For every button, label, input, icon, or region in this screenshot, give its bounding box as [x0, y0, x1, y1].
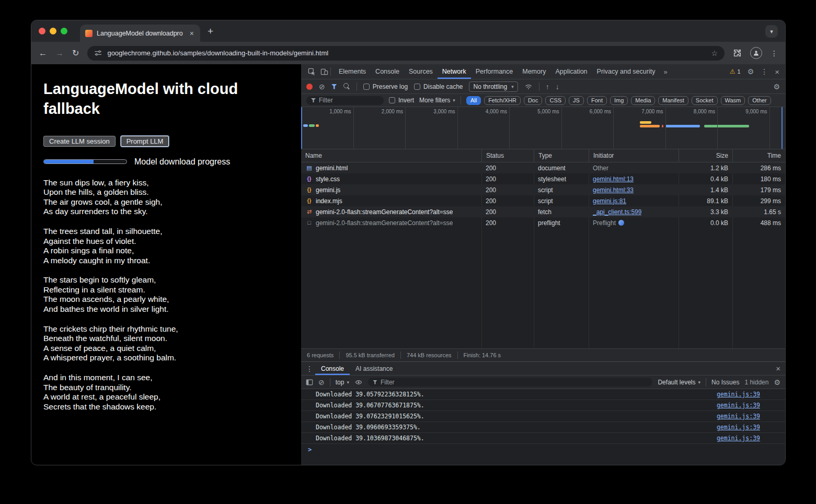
record-network-log-button[interactable] — [306, 84, 313, 90]
disable-cache-checkbox[interactable]: Disable cache — [414, 83, 463, 90]
preserve-log-checkbox[interactable]: Preserve log — [363, 83, 408, 90]
drawer-tab-console[interactable]: Console — [315, 362, 350, 375]
minimize-window-button[interactable] — [50, 28, 56, 34]
clear-network-log-icon[interactable]: ⊘ — [319, 83, 325, 90]
more-tabs-icon[interactable]: » — [660, 68, 671, 76]
live-expression-eye-icon[interactable] — [354, 379, 363, 386]
forward-button[interactable]: → — [55, 49, 64, 57]
filter-pill-font[interactable]: Font — [587, 96, 607, 105]
export-har-icon[interactable]: ↓ — [556, 83, 559, 90]
console-source-link[interactable]: gemini.js:39 — [717, 424, 760, 431]
devtools-tab-network[interactable]: Network — [438, 64, 471, 79]
devtools-tab-console[interactable]: Console — [371, 64, 404, 79]
browser-tab[interactable]: LanguageModel downloadpro × — [80, 25, 200, 42]
column-header-type[interactable]: Type — [534, 149, 589, 162]
request-initiator[interactable]: _api_client.ts:599 — [593, 208, 641, 216]
network-settings-gear-icon[interactable]: ⚙ — [773, 83, 780, 90]
address-bar[interactable]: googlechrome.github.io/samples/downloadi… — [87, 46, 725, 61]
request-initiator[interactable]: gemini.js:81 — [593, 197, 626, 205]
site-info-icon[interactable] — [94, 49, 102, 57]
extensions-puzzle-icon[interactable] — [733, 49, 742, 57]
search-icon[interactable] — [343, 83, 350, 90]
filter-pill-socket[interactable]: Socket — [692, 96, 718, 105]
console-source-link[interactable]: gemini.js:39 — [717, 413, 760, 420]
console-source-link[interactable]: gemini.js:39 — [717, 435, 760, 442]
devtools-tab-elements[interactable]: Elements — [334, 64, 371, 79]
request-initiator[interactable]: gemini.html:13 — [593, 175, 634, 183]
network-request-row[interactable]: gemini.html200documentOther1.2 kB286 ms — [301, 162, 785, 173]
profile-avatar[interactable] — [750, 47, 762, 59]
overview-right-handle[interactable] — [781, 107, 783, 149]
overview-left-handle[interactable] — [301, 107, 302, 149]
network-overview[interactable]: 1,000 ms2,000 ms3,000 ms4,000 ms5,000 ms… — [301, 107, 785, 149]
console-settings-gear-icon[interactable]: ⚙ — [774, 379, 780, 386]
close-window-button[interactable] — [39, 28, 45, 34]
preflight-info-icon[interactable] — [618, 220, 624, 226]
devtools-settings-gear-icon[interactable]: ⚙ — [748, 68, 754, 75]
devtools-tab-application[interactable]: Application — [550, 64, 592, 79]
reload-button[interactable]: ↻ — [72, 49, 79, 57]
filter-pill-css[interactable]: CSS — [545, 96, 566, 105]
drawer-close-icon[interactable]: × — [776, 365, 780, 372]
column-header-status[interactable]: Status — [481, 149, 534, 162]
console-source-link[interactable]: gemini.js:39 — [717, 402, 760, 409]
console-filter-input[interactable]: Filter — [368, 378, 653, 386]
issues-count[interactable]: No Issues — [711, 379, 739, 386]
filter-pill-media[interactable]: Media — [631, 96, 655, 105]
devtools-tab-sources[interactable]: Sources — [404, 64, 438, 79]
network-request-row[interactable]: gemini-2.0-flash:streamGenerateContent?a… — [301, 206, 785, 217]
import-har-icon[interactable]: ↑ — [546, 83, 549, 90]
browser-menu-icon[interactable]: ⋮ — [771, 50, 778, 57]
checkbox-icon[interactable] — [389, 97, 395, 103]
devtools-tab-memory[interactable]: Memory — [518, 64, 550, 79]
device-toolbar-icon[interactable] — [318, 68, 330, 76]
throttling-select[interactable]: No throttling▾ — [469, 81, 518, 92]
network-request-row[interactable]: style.css200stylesheetgemini.html:130.4 … — [301, 173, 785, 184]
filter-pill-wasm[interactable]: Wasm — [721, 96, 745, 105]
filter-pill-other[interactable]: Other — [748, 96, 771, 105]
bookmark-star-icon[interactable]: ☆ — [711, 49, 718, 57]
filter-pill-manifest[interactable]: Manifest — [658, 96, 688, 105]
more-filters-button[interactable]: More filters▾ — [419, 97, 455, 104]
checkbox-icon[interactable] — [414, 84, 420, 90]
devtools-menu-icon[interactable]: ⋮ — [761, 68, 768, 75]
warning-badge[interactable]: ⚠1 — [730, 68, 741, 75]
column-header-size[interactable]: Size — [679, 149, 732, 162]
create-llm-session-button[interactable]: Create LLM session — [43, 136, 116, 147]
network-request-row[interactable]: gemini.js200scriptgemini.html:331.4 kB17… — [301, 184, 785, 195]
context-select[interactable]: top▾ — [336, 379, 349, 386]
tab-close-icon[interactable]: × — [189, 29, 195, 38]
filter-pill-fetch-xhr[interactable]: Fetch/XHR — [484, 96, 521, 105]
column-header-name[interactable]: Name — [301, 149, 481, 162]
invert-checkbox[interactable]: Invert — [389, 97, 414, 104]
tab-search-chevron-icon[interactable]: ▾ — [765, 25, 778, 38]
clear-console-icon[interactable]: ⊘ — [318, 379, 325, 386]
devtools-tab-performance[interactable]: Performance — [471, 64, 518, 79]
network-conditions-icon[interactable] — [524, 83, 533, 90]
prompt-llm-button[interactable]: Prompt LLM — [121, 136, 169, 147]
network-filter-input[interactable]: Filter — [306, 96, 384, 105]
filter-pill-img[interactable]: Img — [610, 96, 628, 105]
inspect-element-icon[interactable] — [305, 68, 318, 76]
drawer-tab-ai-assistance[interactable]: AI assistance — [350, 362, 398, 375]
devtools-tab-privacy-and-security[interactable]: Privacy and security — [592, 64, 660, 79]
back-button[interactable]: ← — [39, 49, 47, 57]
maximize-window-button[interactable] — [61, 28, 67, 34]
hidden-messages-count[interactable]: 1 hidden — [744, 379, 768, 386]
filter-toggle-icon[interactable] — [331, 84, 337, 89]
url-text[interactable]: googlechrome.github.io/samples/downloadi… — [107, 49, 328, 57]
filter-pill-doc[interactable]: Doc — [524, 96, 543, 105]
console-sidebar-icon[interactable] — [306, 379, 313, 386]
devtools-close-icon[interactable]: × — [775, 68, 779, 76]
network-request-row[interactable]: index.mjs200scriptgemini.js:8189.1 kB299… — [301, 195, 785, 206]
console-source-link[interactable]: gemini.js:39 — [717, 391, 760, 398]
column-header-initiator[interactable]: Initiator — [589, 149, 679, 162]
new-tab-button[interactable]: + — [208, 26, 213, 36]
column-header-time[interactable]: Time — [732, 149, 785, 162]
log-levels-select[interactable]: Default levels▾ — [658, 379, 700, 386]
filter-pill-all[interactable]: All — [466, 96, 481, 105]
filter-pill-js[interactable]: JS — [569, 96, 584, 105]
network-request-row[interactable]: gemini-2.0-flash:streamGenerateContent?a… — [301, 217, 785, 228]
checkbox-icon[interactable] — [363, 84, 370, 90]
request-initiator[interactable]: gemini.html:33 — [593, 186, 634, 194]
